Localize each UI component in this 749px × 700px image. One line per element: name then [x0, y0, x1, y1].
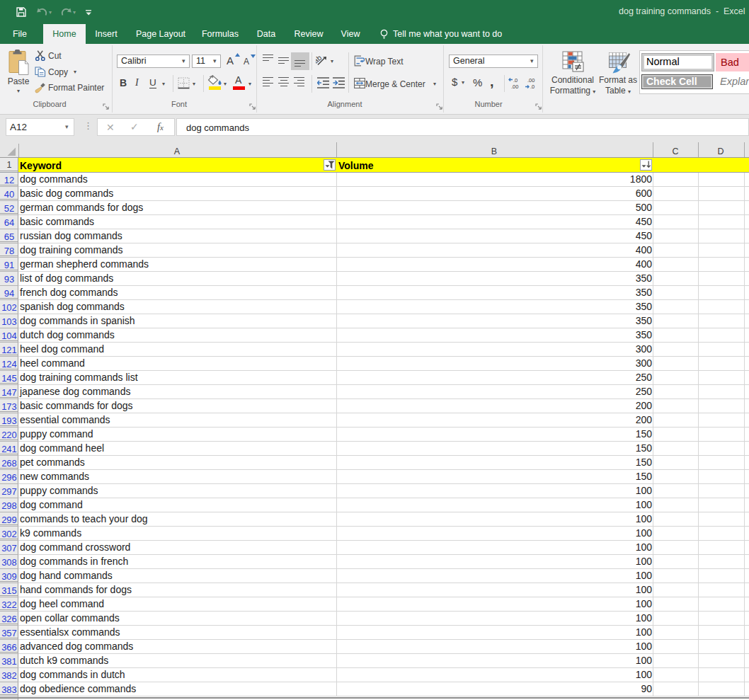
svg-text:.00: .00	[511, 84, 518, 90]
svg-text:.0: .0	[513, 77, 518, 84]
svg-text:.0: .0	[530, 84, 534, 90]
svg-text:.00: .00	[527, 77, 534, 84]
